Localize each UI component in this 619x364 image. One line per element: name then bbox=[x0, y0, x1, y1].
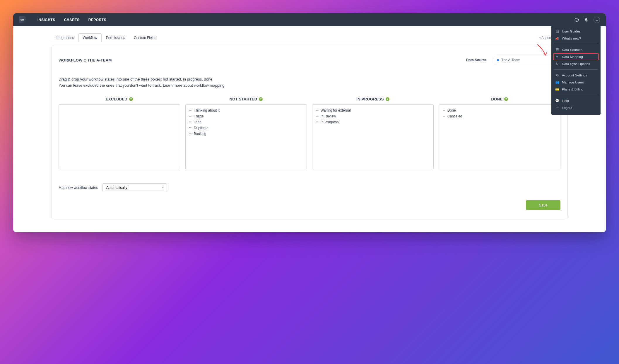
bell-icon[interactable] bbox=[584, 18, 588, 22]
content: Integrations Workflow Permissions Custom… bbox=[13, 26, 606, 228]
link-icon: ⚭ bbox=[555, 55, 559, 59]
menu-label: Help bbox=[562, 99, 569, 102]
tab-permissions[interactable]: Permissions bbox=[102, 33, 129, 42]
users-icon: 👥 bbox=[555, 80, 559, 84]
svg-point-1 bbox=[577, 20, 577, 21]
state-item[interactable]: ═Backlog bbox=[189, 131, 303, 137]
state-item[interactable]: ═Waiting for external bbox=[316, 107, 430, 113]
menu-label: Plans & Billing bbox=[562, 88, 584, 91]
state-item[interactable]: ═Done bbox=[443, 107, 557, 113]
tab-custom-fields[interactable]: Custom Fields bbox=[129, 33, 161, 42]
database-icon: ☰ bbox=[555, 48, 559, 52]
menu-label: Data Mapping bbox=[562, 55, 583, 59]
drag-handle-icon: ═ bbox=[443, 109, 444, 112]
state-item[interactable]: ═Todo bbox=[189, 119, 303, 125]
drag-handle-icon: ═ bbox=[189, 132, 191, 135]
column-in-progress: IN PROGRESS ? ═Waiting for external ═In … bbox=[312, 97, 434, 169]
menu-label: Logout bbox=[562, 106, 572, 110]
nav-charts[interactable]: CHARTS bbox=[64, 18, 80, 22]
help-icon[interactable]: ? bbox=[386, 97, 389, 101]
menu-plans-billing[interactable]: 💳 Plans & Billing bbox=[551, 86, 601, 93]
drag-handle-icon: ═ bbox=[316, 109, 318, 112]
drag-handle-icon: ═ bbox=[189, 109, 191, 112]
save-button[interactable]: Save bbox=[526, 200, 560, 210]
dropbox-in-progress[interactable]: ═Waiting for external ═In Review ═In Pro… bbox=[312, 104, 434, 169]
tab-integrations[interactable]: Integrations bbox=[51, 33, 78, 42]
drag-handle-icon: ═ bbox=[316, 120, 318, 124]
workflow-columns: EXCLUDED ? NOT STARTED ? ═Thinking about… bbox=[59, 97, 560, 169]
source-icon bbox=[497, 59, 499, 61]
menu-help[interactable]: 💬 Help bbox=[551, 97, 601, 104]
menu-data-mapping[interactable]: ⚭ Data Mapping bbox=[553, 53, 599, 60]
menu-button[interactable] bbox=[594, 17, 600, 23]
help-line1: Drag & drop your workflow states into on… bbox=[59, 76, 560, 83]
logo[interactable]: Scr bbox=[19, 16, 26, 23]
menu-label: What's new? bbox=[562, 37, 581, 40]
dropbox-not-started[interactable]: ═Thinking about it ═Triage ═Todo ═Duplic… bbox=[185, 104, 307, 169]
dropbox-done[interactable]: ═Done ═Canceled bbox=[439, 104, 560, 169]
map-states-label: Map new workflow states bbox=[59, 186, 98, 190]
nav-reports[interactable]: REPORTS bbox=[88, 18, 107, 22]
help-line2: You can leave excluded the ones that you… bbox=[59, 83, 163, 88]
menu-manage-users[interactable]: 👥 Manage Users bbox=[551, 79, 601, 86]
menu-label: User Guides bbox=[562, 30, 581, 33]
menu-label: Account Settings bbox=[562, 74, 587, 77]
logout-icon: ↪ bbox=[555, 106, 559, 110]
col-title-not-started: NOT STARTED bbox=[230, 97, 257, 101]
nav-links: INSIGHTS CHARTS REPORTS bbox=[37, 18, 106, 22]
help-text: Drag & drop your workflow states into on… bbox=[59, 76, 560, 89]
col-title-in-progress: IN PROGRESS bbox=[356, 97, 384, 101]
data-source-select[interactable]: The A-Team bbox=[494, 56, 560, 64]
col-title-excluded: EXCLUDED bbox=[106, 97, 127, 101]
data-source-label: Data Source bbox=[466, 58, 487, 62]
menu-user-guides[interactable]: ▤ User Guides bbox=[551, 28, 601, 35]
state-item[interactable]: ═In Review bbox=[316, 113, 430, 119]
dropdown-menu: ▤ User Guides 📣 What's new? ☰ Data Sourc… bbox=[551, 24, 601, 115]
help-icon[interactable] bbox=[574, 18, 579, 22]
menu-whats-new[interactable]: 📣 What's new? bbox=[551, 35, 601, 42]
drag-handle-icon: ═ bbox=[189, 120, 191, 124]
gear-icon: ⚙ bbox=[555, 73, 559, 77]
state-item[interactable]: ═In Progress bbox=[316, 119, 430, 125]
drag-handle-icon: ═ bbox=[443, 115, 444, 118]
help-icon[interactable]: ? bbox=[504, 97, 508, 101]
data-source-value: The A-Team bbox=[501, 58, 520, 62]
state-item[interactable]: ═Triage bbox=[189, 113, 303, 119]
learn-more-link[interactable]: Learn more about workflow mapping bbox=[163, 83, 224, 88]
column-not-started: NOT STARTED ? ═Thinking about it ═Triage… bbox=[185, 97, 307, 169]
chat-icon: 💬 bbox=[555, 99, 559, 103]
menu-data-sources[interactable]: ☰ Data Sources bbox=[551, 46, 601, 53]
tabs: Integrations Workflow Permissions Custom… bbox=[51, 33, 568, 42]
menu-logout[interactable]: ↪ Logout bbox=[551, 104, 601, 111]
sync-icon: ↻ bbox=[555, 62, 559, 66]
book-icon: ▤ bbox=[555, 29, 559, 33]
drag-handle-icon: ═ bbox=[189, 115, 191, 118]
state-item[interactable]: ═Canceled bbox=[443, 113, 557, 119]
tab-workflow[interactable]: Workflow bbox=[78, 33, 102, 42]
bullhorn-icon: 📣 bbox=[555, 36, 559, 40]
col-title-done: DONE bbox=[491, 97, 503, 101]
column-excluded: EXCLUDED ? bbox=[59, 97, 180, 169]
menu-label: Data Sync Options bbox=[562, 62, 590, 66]
drag-handle-icon: ═ bbox=[189, 126, 191, 129]
state-item[interactable]: ═Thinking about it bbox=[189, 107, 303, 113]
help-icon[interactable]: ? bbox=[259, 97, 263, 101]
workflow-panel: WORKFLOW :: THE A-TEAM Data Source The A… bbox=[51, 46, 568, 219]
app-window: Scr INSIGHTS CHARTS REPORTS ▤ User Guide… bbox=[13, 13, 606, 232]
menu-label: Data Sources bbox=[562, 48, 582, 52]
menu-data-sync[interactable]: ↻ Data Sync Options bbox=[551, 60, 601, 67]
card-icon: 💳 bbox=[555, 87, 559, 91]
panel-title: WORKFLOW :: THE A-TEAM bbox=[59, 58, 112, 62]
menu-label: Manage Users bbox=[562, 81, 584, 84]
menu-account-settings[interactable]: ⚙ Account Settings bbox=[551, 72, 601, 79]
topbar: Scr INSIGHTS CHARTS REPORTS bbox=[13, 13, 606, 26]
help-icon[interactable]: ? bbox=[129, 97, 133, 101]
map-states-select[interactable]: Automatically bbox=[102, 183, 167, 192]
drag-handle-icon: ═ bbox=[316, 115, 318, 118]
column-done: DONE ? ═Done ═Canceled bbox=[439, 97, 560, 169]
dropbox-excluded[interactable] bbox=[59, 104, 180, 169]
nav-insights[interactable]: INSIGHTS bbox=[37, 18, 55, 22]
state-item[interactable]: ═Duplicate bbox=[189, 125, 303, 131]
map-states-value: Automatically bbox=[106, 186, 127, 190]
